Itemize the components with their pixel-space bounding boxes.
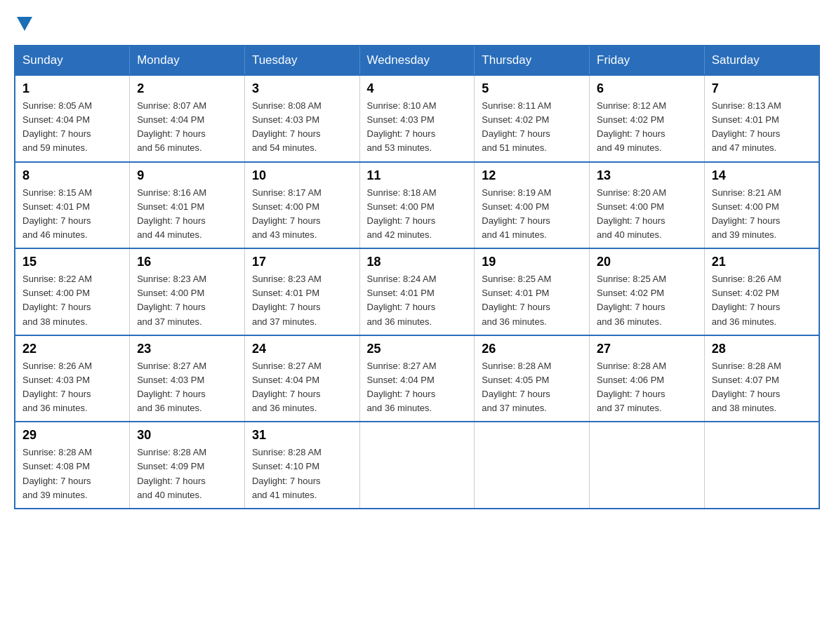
calendar-cell: 30Sunrise: 8:28 AMSunset: 4:09 PMDayligh… bbox=[130, 422, 245, 509]
day-info: Sunrise: 8:07 AMSunset: 4:04 PMDaylight:… bbox=[137, 99, 237, 156]
calendar-cell: 11Sunrise: 8:18 AMSunset: 4:00 PMDayligh… bbox=[359, 162, 475, 249]
day-info: Sunrise: 8:13 AMSunset: 4:01 PMDaylight:… bbox=[712, 99, 812, 156]
calendar-cell: 7Sunrise: 8:13 AMSunset: 4:01 PMDaylight… bbox=[704, 75, 819, 162]
day-info: Sunrise: 8:21 AMSunset: 4:00 PMDaylight:… bbox=[712, 186, 812, 243]
calendar-week-row: 29Sunrise: 8:28 AMSunset: 4:08 PMDayligh… bbox=[15, 422, 819, 509]
calendar-cell: 17Sunrise: 8:23 AMSunset: 4:01 PMDayligh… bbox=[244, 248, 359, 335]
svg-marker-0 bbox=[17, 17, 32, 31]
day-info: Sunrise: 8:17 AMSunset: 4:00 PMDaylight:… bbox=[252, 186, 352, 243]
day-number: 31 bbox=[252, 428, 352, 443]
weekday-header-monday: Monday bbox=[130, 46, 245, 75]
day-number: 6 bbox=[597, 81, 697, 96]
day-info: Sunrise: 8:05 AMSunset: 4:04 PMDaylight:… bbox=[22, 99, 122, 156]
day-number: 26 bbox=[482, 342, 582, 356]
day-number: 25 bbox=[367, 342, 468, 356]
day-number: 1 bbox=[22, 81, 122, 96]
day-info: Sunrise: 8:28 AMSunset: 4:07 PMDaylight:… bbox=[712, 359, 812, 416]
calendar-cell: 18Sunrise: 8:24 AMSunset: 4:01 PMDayligh… bbox=[359, 248, 475, 335]
calendar-body: 1Sunrise: 8:05 AMSunset: 4:04 PMDaylight… bbox=[15, 75, 819, 509]
day-info: Sunrise: 8:28 AMSunset: 4:08 PMDaylight:… bbox=[22, 445, 122, 502]
day-number: 4 bbox=[367, 81, 468, 96]
calendar-cell: 25Sunrise: 8:27 AMSunset: 4:04 PMDayligh… bbox=[359, 335, 475, 422]
calendar-cell: 20Sunrise: 8:25 AMSunset: 4:02 PMDayligh… bbox=[590, 248, 705, 335]
calendar-cell: 23Sunrise: 8:27 AMSunset: 4:03 PMDayligh… bbox=[130, 335, 245, 422]
day-info: Sunrise: 8:18 AMSunset: 4:00 PMDaylight:… bbox=[367, 186, 468, 243]
day-number: 18 bbox=[367, 255, 468, 269]
day-number: 12 bbox=[482, 168, 582, 183]
calendar-cell: 29Sunrise: 8:28 AMSunset: 4:08 PMDayligh… bbox=[15, 422, 130, 509]
day-info: Sunrise: 8:28 AMSunset: 4:05 PMDaylight:… bbox=[482, 359, 582, 416]
day-info: Sunrise: 8:23 AMSunset: 4:01 PMDaylight:… bbox=[252, 272, 352, 329]
day-info: Sunrise: 8:26 AMSunset: 4:02 PMDaylight:… bbox=[712, 272, 812, 329]
calendar-cell: 1Sunrise: 8:05 AMSunset: 4:04 PMDaylight… bbox=[15, 75, 130, 162]
day-number: 24 bbox=[252, 342, 352, 356]
day-number: 29 bbox=[22, 428, 122, 443]
day-number: 10 bbox=[252, 168, 352, 183]
weekday-header-wednesday: Wednesday bbox=[359, 46, 475, 75]
calendar-header: SundayMondayTuesdayWednesdayThursdayFrid… bbox=[15, 46, 819, 75]
calendar-cell: 16Sunrise: 8:23 AMSunset: 4:00 PMDayligh… bbox=[130, 248, 245, 335]
calendar-cell: 6Sunrise: 8:12 AMSunset: 4:02 PMDaylight… bbox=[590, 75, 705, 162]
calendar-cell: 12Sunrise: 8:19 AMSunset: 4:00 PMDayligh… bbox=[475, 162, 590, 249]
day-info: Sunrise: 8:15 AMSunset: 4:01 PMDaylight:… bbox=[22, 186, 122, 243]
day-number: 8 bbox=[22, 168, 122, 183]
day-info: Sunrise: 8:10 AMSunset: 4:03 PMDaylight:… bbox=[367, 99, 468, 156]
day-info: Sunrise: 8:27 AMSunset: 4:04 PMDaylight:… bbox=[252, 359, 352, 416]
day-info: Sunrise: 8:22 AMSunset: 4:00 PMDaylight:… bbox=[22, 272, 122, 329]
day-number: 11 bbox=[367, 168, 468, 183]
day-number: 2 bbox=[137, 81, 237, 96]
weekday-header-row: SundayMondayTuesdayWednesdayThursdayFrid… bbox=[15, 46, 819, 75]
day-info: Sunrise: 8:23 AMSunset: 4:00 PMDaylight:… bbox=[137, 272, 237, 329]
day-info: Sunrise: 8:08 AMSunset: 4:03 PMDaylight:… bbox=[252, 99, 352, 156]
day-number: 22 bbox=[22, 342, 122, 356]
calendar-week-row: 15Sunrise: 8:22 AMSunset: 4:00 PMDayligh… bbox=[15, 248, 819, 335]
calendar-cell: 9Sunrise: 8:16 AMSunset: 4:01 PMDaylight… bbox=[130, 162, 245, 249]
day-info: Sunrise: 8:16 AMSunset: 4:01 PMDaylight:… bbox=[137, 186, 237, 243]
calendar-week-row: 1Sunrise: 8:05 AMSunset: 4:04 PMDaylight… bbox=[15, 75, 819, 162]
day-number: 28 bbox=[712, 342, 812, 356]
calendar-week-row: 22Sunrise: 8:26 AMSunset: 4:03 PMDayligh… bbox=[15, 335, 819, 422]
calendar-cell: 4Sunrise: 8:10 AMSunset: 4:03 PMDaylight… bbox=[359, 75, 475, 162]
day-number: 15 bbox=[22, 255, 122, 269]
calendar-cell: 8Sunrise: 8:15 AMSunset: 4:01 PMDaylight… bbox=[15, 162, 130, 249]
weekday-header-sunday: Sunday bbox=[15, 46, 130, 75]
day-info: Sunrise: 8:28 AMSunset: 4:06 PMDaylight:… bbox=[597, 359, 697, 416]
day-info: Sunrise: 8:27 AMSunset: 4:03 PMDaylight:… bbox=[137, 359, 237, 416]
calendar-cell: 3Sunrise: 8:08 AMSunset: 4:03 PMDaylight… bbox=[244, 75, 359, 162]
calendar-cell bbox=[475, 422, 590, 509]
day-info: Sunrise: 8:25 AMSunset: 4:02 PMDaylight:… bbox=[597, 272, 697, 329]
calendar-cell: 28Sunrise: 8:28 AMSunset: 4:07 PMDayligh… bbox=[704, 335, 819, 422]
calendar-cell: 2Sunrise: 8:07 AMSunset: 4:04 PMDaylight… bbox=[130, 75, 245, 162]
weekday-header-thursday: Thursday bbox=[475, 46, 590, 75]
calendar-cell: 14Sunrise: 8:21 AMSunset: 4:00 PMDayligh… bbox=[704, 162, 819, 249]
calendar-cell bbox=[704, 422, 819, 509]
calendar-cell: 27Sunrise: 8:28 AMSunset: 4:06 PMDayligh… bbox=[590, 335, 705, 422]
weekday-header-tuesday: Tuesday bbox=[244, 46, 359, 75]
calendar-cell: 19Sunrise: 8:25 AMSunset: 4:01 PMDayligh… bbox=[475, 248, 590, 335]
calendar-cell: 21Sunrise: 8:26 AMSunset: 4:02 PMDayligh… bbox=[704, 248, 819, 335]
day-info: Sunrise: 8:27 AMSunset: 4:04 PMDaylight:… bbox=[367, 359, 468, 416]
weekday-header-saturday: Saturday bbox=[704, 46, 819, 75]
day-number: 21 bbox=[712, 255, 812, 269]
calendar-cell bbox=[590, 422, 705, 509]
day-number: 19 bbox=[482, 255, 582, 269]
day-info: Sunrise: 8:20 AMSunset: 4:00 PMDaylight:… bbox=[597, 186, 697, 243]
calendar-cell: 5Sunrise: 8:11 AMSunset: 4:02 PMDaylight… bbox=[475, 75, 590, 162]
day-number: 3 bbox=[252, 81, 352, 96]
calendar-cell: 31Sunrise: 8:28 AMSunset: 4:10 PMDayligh… bbox=[244, 422, 359, 509]
day-number: 5 bbox=[482, 81, 582, 96]
day-number: 17 bbox=[252, 255, 352, 269]
day-number: 13 bbox=[597, 168, 697, 183]
day-info: Sunrise: 8:28 AMSunset: 4:10 PMDaylight:… bbox=[252, 445, 352, 502]
calendar-cell: 13Sunrise: 8:20 AMSunset: 4:00 PMDayligh… bbox=[590, 162, 705, 249]
calendar-cell: 15Sunrise: 8:22 AMSunset: 4:00 PMDayligh… bbox=[15, 248, 130, 335]
logo bbox=[14, 14, 32, 34]
calendar-cell: 26Sunrise: 8:28 AMSunset: 4:05 PMDayligh… bbox=[475, 335, 590, 422]
day-info: Sunrise: 8:24 AMSunset: 4:01 PMDaylight:… bbox=[367, 272, 468, 329]
day-number: 9 bbox=[137, 168, 237, 183]
calendar-cell: 24Sunrise: 8:27 AMSunset: 4:04 PMDayligh… bbox=[244, 335, 359, 422]
calendar-cell: 22Sunrise: 8:26 AMSunset: 4:03 PMDayligh… bbox=[15, 335, 130, 422]
calendar-table: SundayMondayTuesdayWednesdayThursdayFrid… bbox=[14, 45, 820, 509]
day-number: 30 bbox=[137, 428, 237, 443]
calendar-cell bbox=[359, 422, 475, 509]
